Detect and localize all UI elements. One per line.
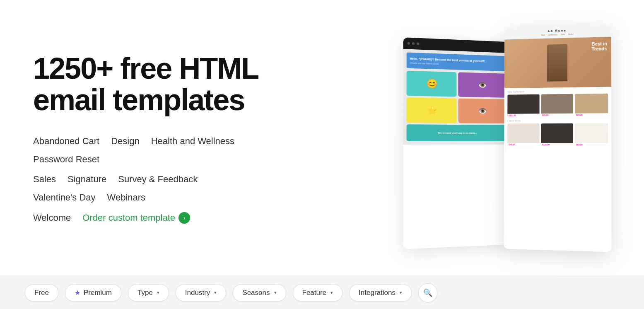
star-icon: ★ [75, 289, 80, 297]
industry-chevron-icon: ▾ [214, 290, 217, 295]
type-label: Type [137, 289, 153, 297]
mockup-right-nav-3: Sale [561, 33, 565, 36]
filter-pill-industry[interactable]: Industry ▾ [176, 284, 226, 302]
mockup-left-grid: 😊 👁️ ⭐ 👁️ [407, 71, 507, 123]
tag-health-wellness[interactable]: Health and Wellness [151, 136, 234, 147]
mockup-product-grid-1: $110.00 $85.00 $95.00 [507, 94, 608, 117]
mockup-product-6: $65.00 [575, 123, 608, 147]
product-img-4 [507, 123, 539, 143]
filter-pill-integrations[interactable]: Integrations ▾ [349, 284, 412, 302]
product-price-4: $75.00 [507, 143, 539, 146]
filter-bar: Free ★ Premium Type ▾ Industry ▾ Seasons… [0, 276, 644, 309]
mockup-right-hero-image: Best inTrends [504, 37, 611, 88]
tag-sales[interactable]: Sales [33, 174, 56, 185]
hero-section: 1250+ free HTML email templates Abandone… [0, 0, 644, 276]
seasons-chevron-icon: ▾ [274, 290, 277, 295]
mockup-section-latest: Latest Items [507, 119, 608, 122]
tag-signature[interactable]: Signature [68, 174, 106, 185]
tag-row-2: Sales Signature Survey & Feedback Valent… [33, 174, 273, 210]
product-img-1 [507, 94, 539, 114]
mockup-card-2: 👁️ [458, 72, 506, 97]
tag-links: Abandoned Cart Design Health and Wellnes… [33, 136, 273, 231]
tag-abandoned-cart[interactable]: Abandoned Cart [33, 136, 99, 147]
product-price-6: $65.00 [575, 143, 608, 146]
mockup-container: Hello, *|FNAME|*! Become the best versio… [396, 26, 611, 258]
mockup-product-3: $95.00 [575, 94, 608, 117]
tag-valentines-day[interactable]: Valentine's Day [33, 192, 96, 203]
mockup-card-4: 👁️ [458, 98, 506, 123]
mockup-product-4: $75.00 [507, 123, 539, 146]
mockup-right-nav-1: New [541, 34, 545, 36]
product-price-1: $110.00 [507, 113, 539, 117]
mockup-trend-text: Best inTrends [592, 41, 607, 51]
tag-order-custom[interactable]: Order custom template › [82, 212, 190, 224]
integrations-chevron-icon: ▾ [400, 290, 402, 295]
mockup-card-1: 😊 [407, 71, 457, 97]
industry-label: Industry [185, 289, 210, 297]
feature-chevron-icon: ▾ [330, 290, 333, 295]
product-price-3: $95.00 [575, 113, 608, 117]
hero-title: 1250+ free HTML email templates [33, 53, 273, 116]
mockup-product-grid-2: $75.00 $120.00 $65.00 [507, 123, 608, 147]
product-price-2: $85.00 [541, 113, 573, 117]
tag-row-3: Welcome Order custom template › [33, 212, 202, 231]
mockup-card-3: ⭐ [407, 97, 457, 123]
seasons-label: Seasons [242, 289, 270, 297]
filter-pill-type[interactable]: Type ▾ [128, 284, 169, 302]
tag-row-1: Abandoned Cart Design Health and Wellnes… [33, 136, 273, 172]
mockup-left: Hello, *|FNAME|*! Become the best versio… [403, 37, 511, 249]
mockup-section-new: New Collection! [508, 89, 608, 93]
mockup-product-1: $110.00 [507, 94, 539, 117]
product-img-3 [575, 94, 608, 113]
order-custom-arrow-icon: › [178, 212, 190, 224]
mockup-products: New Collection! $110.00 $85.00 [504, 87, 611, 152]
tag-design[interactable]: Design [111, 136, 139, 147]
mockup-right-nav-4: About [568, 33, 574, 35]
mockup-right-nav-2: Collection [548, 33, 557, 36]
tag-welcome[interactable]: Welcome [33, 212, 71, 223]
free-label: Free [34, 289, 49, 297]
page-wrapper: 1250+ free HTML email templates Abandone… [0, 0, 644, 309]
product-price-5: $120.00 [541, 143, 573, 146]
type-chevron-icon: ▾ [157, 290, 159, 295]
mockup-dot-3 [417, 43, 419, 45]
filter-pill-seasons[interactable]: Seasons ▾ [233, 284, 286, 302]
mockup-product-5: $120.00 [541, 123, 573, 146]
product-img-2 [541, 94, 573, 114]
tag-password-reset[interactable]: Password Reset [33, 154, 99, 165]
hero-images: Hello, *|FNAME|*! Become the best versio… [273, 25, 611, 259]
mockup-dot-1 [408, 42, 410, 45]
premium-label: Premium [84, 289, 112, 297]
tag-survey-feedback[interactable]: Survey & Feedback [118, 174, 198, 185]
filter-pill-premium[interactable]: ★ Premium [65, 284, 121, 302]
search-icon: 🔍 [423, 288, 432, 297]
mockup-product-2: $85.00 [541, 94, 573, 117]
order-custom-label: Order custom template [82, 212, 175, 223]
mockup-dot-2 [412, 42, 415, 45]
hero-content: 1250+ free HTML email templates Abandone… [33, 53, 273, 231]
search-button[interactable]: 🔍 [418, 283, 437, 302]
mockup-right: La Rune New Collection Sale About Best i… [504, 25, 612, 252]
filter-pill-free[interactable]: Free [25, 284, 58, 302]
product-img-6 [575, 123, 608, 143]
integrations-label: Integrations [359, 289, 396, 297]
filter-pill-feature[interactable]: Feature ▾ [293, 284, 343, 302]
mockup-person-figure [547, 44, 567, 82]
tag-webinars[interactable]: Webinars [107, 192, 146, 203]
product-img-5 [541, 123, 573, 143]
mockup-footer-banner: We missed you! Log in to claim... [407, 124, 507, 141]
feature-label: Feature [302, 289, 327, 297]
